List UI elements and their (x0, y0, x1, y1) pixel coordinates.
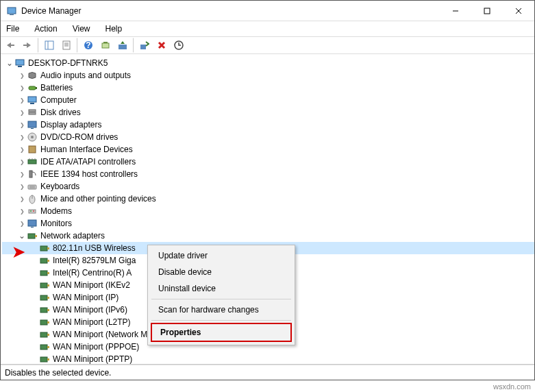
device-label: WAN Miniport (IP) (53, 293, 119, 302)
computer-icon (14, 58, 25, 69)
device-item[interactable]: WAN Miniport (PPTP) (2, 353, 534, 364)
svg-rect-38 (29, 171, 32, 177)
annotation-arrow: ➤ (12, 243, 25, 261)
update-driver-button[interactable] (114, 38, 131, 53)
expand-icon[interactable]: ❯ (17, 71, 27, 80)
svg-point-32 (31, 136, 34, 138)
device-label: WAN Miniport (IKEv2 (53, 280, 130, 290)
menu-separator (151, 299, 291, 299)
svg-rect-58 (47, 284, 49, 286)
category-label: Keyboards (40, 182, 79, 191)
category-item[interactable]: ❯IEEE 1394 host controllers (2, 168, 534, 180)
expand-icon[interactable]: ❯ (17, 169, 27, 179)
category-item[interactable]: ❯Display adapters (2, 119, 534, 131)
context-menu: Update driver Disable device Uninstall d… (147, 245, 295, 345)
close-button[interactable] (503, 1, 534, 21)
expand-icon[interactable]: ❯ (17, 206, 27, 216)
svg-rect-22 (18, 66, 22, 67)
minimize-button[interactable] (440, 1, 471, 21)
category-item[interactable]: ❯Batteries (2, 82, 534, 94)
expand-icon[interactable]: ❯ (17, 182, 27, 191)
svg-rect-60 (47, 297, 49, 299)
properties-button[interactable] (58, 38, 75, 53)
tree-root[interactable]: ⌄ DESKTOP-DFTNRK5 (2, 57, 534, 69)
svg-rect-28 (29, 112, 36, 114)
back-button[interactable] (2, 38, 18, 53)
expand-icon[interactable]: ❯ (17, 157, 27, 167)
context-update-driver[interactable]: Update driver (150, 247, 293, 264)
expand-icon[interactable]: ❯ (17, 120, 27, 130)
category-icon (27, 156, 38, 167)
menu-help[interactable]: Help (103, 23, 125, 35)
expand-icon[interactable]: ❯ (17, 145, 27, 154)
svg-rect-26 (30, 103, 34, 104)
uninstall-button[interactable] (153, 38, 170, 53)
svg-rect-69 (40, 357, 47, 362)
category-item[interactable]: ❯Modems (2, 205, 534, 217)
svg-rect-34 (28, 160, 36, 164)
network-adapter-icon (39, 255, 50, 266)
expand-icon[interactable]: ❯ (17, 132, 27, 142)
svg-rect-21 (16, 60, 24, 65)
category-item[interactable]: ❯IDE ATA/ATAPI controllers (2, 156, 534, 168)
svg-rect-17 (103, 42, 108, 43)
help-button[interactable]: ? (80, 38, 97, 53)
collapse-icon[interactable]: ⌄ (5, 58, 14, 68)
show-hide-tree-button[interactable] (41, 38, 58, 53)
menu-view[interactable]: View (70, 23, 93, 35)
menu-file[interactable]: File (3, 23, 22, 35)
scan-button[interactable] (97, 38, 114, 53)
context-properties[interactable]: Properties (151, 323, 292, 342)
category-item[interactable]: ❯Human Interface Devices (2, 143, 534, 156)
disable-button[interactable] (136, 38, 153, 53)
category-label: Display adapters (40, 120, 101, 130)
maximize-button[interactable] (471, 1, 503, 21)
expand-icon[interactable]: ❯ (17, 95, 27, 105)
category-label: Computer (40, 95, 77, 105)
category-item[interactable]: ❯Computer (2, 94, 534, 106)
menu-bar: File Action View Help (1, 21, 534, 36)
svg-rect-59 (40, 295, 47, 300)
category-label: Disk drives (40, 108, 81, 117)
category-item[interactable]: ❯Audio inputs and outputs (2, 69, 534, 82)
context-disable-device[interactable]: Disable device (150, 264, 293, 280)
svg-rect-66 (47, 334, 49, 336)
expand-icon[interactable]: ❯ (17, 108, 27, 117)
network-adapter-icon (39, 280, 50, 291)
menu-action[interactable]: Action (32, 23, 60, 35)
expand-icon[interactable]: ❯ (17, 83, 27, 93)
svg-rect-63 (40, 320, 47, 325)
svg-rect-29 (28, 121, 36, 127)
svg-rect-49 (28, 234, 35, 238)
category-icon (27, 107, 38, 118)
expand-icon[interactable]: ❯ (17, 194, 27, 204)
svg-rect-51 (40, 246, 47, 251)
status-text: Disables the selected device. (5, 368, 111, 378)
forward-button[interactable] (19, 38, 36, 53)
category-item[interactable]: ❯Mice and other pointing devices (2, 193, 534, 205)
category-item[interactable]: ❯DVD/CD-ROM drives (2, 131, 534, 143)
category-network[interactable]: ⌄ Network adapters (2, 230, 534, 242)
category-item[interactable]: ❯Disk drives (2, 106, 534, 119)
category-item[interactable]: ❯Monitors (2, 217, 534, 230)
category-label: Batteries (40, 83, 73, 93)
device-label: WAN Miniport (PPTP) (53, 354, 132, 364)
svg-rect-25 (28, 97, 36, 102)
svg-rect-56 (47, 272, 49, 274)
network-adapter-icon (27, 230, 38, 241)
context-scan-hardware[interactable]: Scan for hardware changes (150, 302, 293, 318)
expand-icon[interactable]: ❯ (17, 219, 27, 228)
collapse-icon[interactable]: ⌄ (17, 231, 27, 241)
category-icon (27, 95, 38, 106)
category-item[interactable]: ❯Keyboards (2, 180, 534, 193)
svg-rect-57 (40, 283, 47, 288)
device-label: WAN Miniport (L2TP) (53, 317, 131, 327)
svg-rect-10 (63, 41, 70, 49)
scan-hardware-button[interactable] (171, 38, 187, 53)
context-uninstall-device[interactable]: Uninstall device (150, 280, 293, 297)
svg-rect-39 (28, 185, 36, 189)
network-adapter-icon (39, 243, 50, 254)
network-adapter-icon (39, 267, 50, 278)
category-icon (27, 218, 38, 229)
category-icon (27, 119, 38, 130)
